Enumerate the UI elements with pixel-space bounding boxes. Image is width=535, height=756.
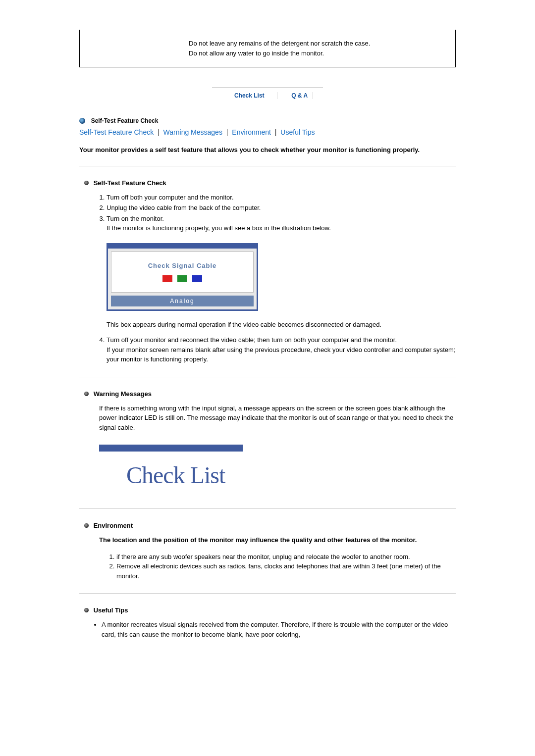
check-list-banner: Check List (99, 445, 456, 489)
anchor-environment[interactable]: Environment (232, 128, 271, 136)
anchor-links: Self-Test Feature Check | Warning Messag… (79, 128, 456, 136)
tip-item-1: A monitor recreates visual signals recei… (102, 620, 456, 639)
env-item-1: if there are any sub woofer speakers nea… (116, 552, 456, 562)
step-4: Turn off your monitor and reconnect the … (107, 335, 456, 364)
divider (79, 377, 456, 377)
heading-environment-text: Environment (94, 522, 133, 529)
env-item-2: Remove all electronic devices such as ra… (116, 561, 456, 581)
environment-list: if there are any sub woofer speakers nea… (79, 552, 456, 581)
step-1: Turn off both your computer and the moni… (107, 193, 456, 202)
monitor-inner: Check Signal Cable (111, 252, 254, 293)
bullet-icon (79, 118, 85, 124)
heading-warning-text: Warning Messages (94, 390, 152, 398)
tips-list: A monitor recreates visual signals recei… (79, 620, 456, 639)
check-signal-cable-text: Check Signal Cable (111, 261, 253, 271)
sub-bullet-icon (84, 181, 89, 185)
step-3: Turn on the monitor. If the monitor is f… (107, 214, 456, 330)
top-section-header: Self-Test Feature Check (79, 116, 456, 124)
warning-line2: Do not allow any water to go inside the … (189, 50, 324, 57)
monitor-illustration: Check Signal Cable Analog (107, 243, 258, 311)
step-2: Unplug the video cable from the back of … (107, 203, 456, 213)
sub-bullet-icon (84, 608, 89, 612)
page-container: Do not leave any remains of the detergen… (69, 0, 466, 661)
anchor-warning[interactable]: Warning Messages (163, 128, 222, 136)
heading-environment: Environment (84, 521, 456, 529)
heading-tips-text: Useful Tips (94, 606, 128, 614)
self-test-steps: Turn off both your computer and the moni… (79, 193, 456, 364)
tab-check-list[interactable]: Check List (222, 92, 277, 99)
monitor-mode-label: Analog (111, 296, 254, 306)
heading-warning: Warning Messages (84, 390, 456, 398)
tab-qa[interactable]: Q & A (279, 92, 313, 99)
intro-text: Your monitor provides a self test featur… (79, 146, 456, 153)
red-box (162, 275, 172, 282)
nav-tabs: Check List Q & A (79, 87, 456, 99)
divider (79, 593, 456, 594)
top-section-title: Self-Test Feature Check (91, 117, 159, 124)
warning-body: If there is something wrong with the inp… (99, 403, 456, 433)
blue-box (192, 275, 202, 282)
environment-intro: The location and the position of the mon… (99, 535, 436, 545)
heading-tips: Useful Tips (84, 606, 456, 614)
warning-line1: Do not leave any remains of the detergen… (189, 40, 370, 47)
sub-bullet-icon (84, 392, 89, 396)
heading-self-test-text: Self-Test Feature Check (94, 179, 166, 187)
banner-bar (99, 445, 243, 452)
anchor-self-test[interactable]: Self-Test Feature Check (79, 128, 154, 136)
divider (79, 508, 456, 509)
divider (79, 166, 456, 166)
heading-self-test: Self-Test Feature Check (84, 179, 456, 187)
sub-bullet-icon (84, 523, 89, 528)
top-warning-box: Do not leave any remains of the detergen… (79, 30, 456, 67)
monitor-topbar (108, 245, 257, 249)
green-box (177, 275, 187, 282)
banner-text: Check List (99, 461, 456, 489)
after-box-note: This box appears during normal operation… (107, 320, 456, 330)
rgb-indicator (111, 275, 253, 285)
anchor-tips[interactable]: Useful Tips (280, 128, 315, 136)
